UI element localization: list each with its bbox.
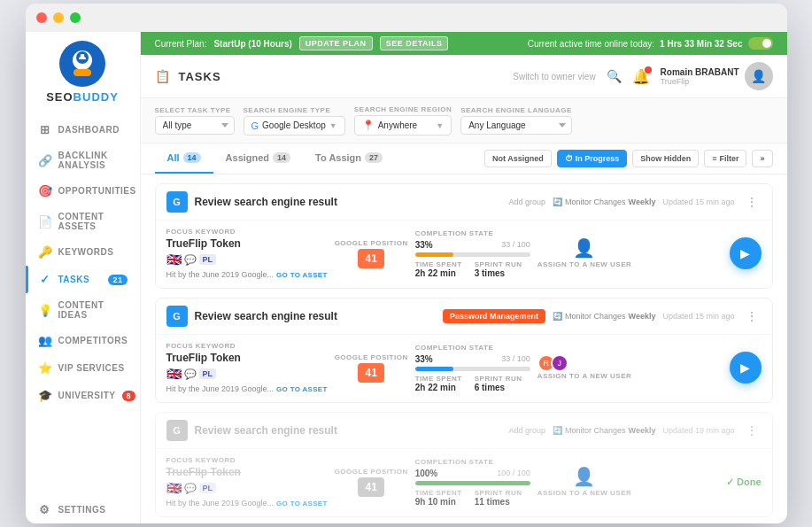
updated-2: Updated 15 min ago: [662, 312, 734, 321]
vip-icon: ⭐: [38, 361, 52, 375]
in-progress-button[interactable]: ⏱ In Progress: [557, 150, 628, 167]
flag-uk-1: 🇬🇧: [166, 252, 182, 267]
tab-assigned[interactable]: Assigned 14: [213, 143, 304, 174]
pl-badge-2: PL: [199, 368, 217, 379]
refresh-icon-3: 🔄: [553, 426, 562, 435]
assign-avatars-2: R J: [537, 354, 632, 372]
add-group-link-3[interactable]: Add group: [508, 426, 545, 435]
sidebar-item-label: BACKLINK ANALYSIS: [58, 151, 128, 170]
show-hidden-button[interactable]: Show Hidden: [632, 150, 699, 167]
close-button[interactable]: [36, 12, 47, 23]
engine-type-value: Google Desktop: [262, 120, 326, 130]
updated-1: Updated 15 min ago: [662, 198, 734, 206]
filter-button[interactable]: ≡ Filter: [704, 150, 746, 167]
sidebar-item-content-ideas[interactable]: 💡 CONTENT IDEAS: [26, 293, 140, 327]
sidebar-item-opportunities[interactable]: 🎯 OPPORTUNITIES: [26, 177, 140, 205]
time-spent-2: 2h 22 min: [415, 383, 462, 392]
checkmark-icon: ✓: [726, 477, 734, 488]
plan-name: StartUp (10 Hours): [213, 39, 291, 49]
update-plan-button[interactable]: UPDATE PLAN: [299, 36, 373, 50]
hit-text-3: Hit by the June 2019 Google... GO TO ASS…: [166, 499, 328, 508]
start-button-2[interactable]: ▶: [730, 352, 762, 384]
progress-bar-1: [415, 252, 530, 257]
keyword-value-2: TrueFlip Token: [166, 352, 328, 364]
task-1-icon: G: [166, 191, 188, 213]
sidebar-item-vip[interactable]: ⭐ VIP SERVICES: [26, 354, 140, 382]
app-container: SEOBUDDY ⊞ DASHBOARD 🔗 BACKLINK ANALYSIS…: [26, 32, 787, 523]
search-button[interactable]: 🔍: [607, 69, 622, 83]
chat-icon-3[interactable]: 💬: [184, 483, 197, 494]
task-1-header: G Review search engine result Add group …: [156, 184, 772, 220]
task-type-select[interactable]: All type: [155, 116, 235, 135]
sidebar-item-university[interactable]: 🎓 UNIVERSITY 8: [26, 382, 140, 409]
start-button-1[interactable]: ▶: [730, 237, 762, 269]
chat-icon-2[interactable]: 💬: [184, 368, 197, 380]
more-button-2[interactable]: ⋮: [742, 309, 762, 323]
go-to-asset-3[interactable]: GO TO ASSET: [276, 500, 328, 508]
content-assets-icon: 📄: [38, 215, 52, 229]
switch-owner-link[interactable]: Switch to owner view: [513, 72, 595, 81]
time-section-1: TIME SPENT 2h 22 min SPRINT RUN 3 times: [415, 260, 530, 278]
svg-rect-3: [73, 69, 91, 76]
filter-language: SEARCH ENGINE LANGUAGE Any Language: [460, 106, 572, 135]
engine-type-select[interactable]: G Google Desktop ▼: [244, 116, 345, 136]
sidebar-item-backlink[interactable]: 🔗 BACKLINK ANALYSIS: [26, 143, 140, 177]
language-select[interactable]: Any Language: [460, 116, 572, 135]
sidebar: SEOBUDDY ⊞ DASHBOARD 🔗 BACKLINK ANALYSIS…: [26, 32, 141, 523]
region-select[interactable]: 📍 Anywhere ▼: [354, 115, 452, 136]
task-card-1: G Review search engine result Add group …: [155, 183, 773, 289]
sidebar-item-label: SETTINGS: [58, 505, 106, 515]
user-org: TrueFlip: [661, 77, 739, 86]
maximize-button[interactable]: [70, 12, 81, 23]
active-time: 1 Hrs 33 Min 32 Sec: [660, 39, 742, 49]
online-toggle[interactable]: [748, 37, 773, 50]
filter-icon: ≡: [712, 154, 716, 163]
sidebar-item-keywords[interactable]: 🔑 KEYWORDS: [26, 238, 140, 266]
completion-2: COMPLETION STATE 33% 33 / 100 TIME SPENT: [415, 344, 530, 392]
not-assigned-button[interactable]: Not Assigned: [484, 150, 552, 167]
go-to-asset-2[interactable]: GO TO ASSET: [276, 385, 328, 393]
keywords-icon: 🔑: [38, 245, 52, 259]
sidebar-item-settings[interactable]: ⚙ SETTINGS: [26, 496, 140, 523]
more-options-button[interactable]: »: [752, 150, 772, 167]
main-content: G Review search engine result Add group …: [141, 174, 787, 523]
tab-to-assign[interactable]: To Assign 27: [303, 143, 395, 174]
task-3-header-right: Add group 🔄 Monitor Changes Weekly Updat…: [508, 423, 761, 438]
task-3-header: G Review search engine result Add group …: [156, 413, 772, 448]
google-icon: G: [251, 120, 259, 131]
more-button-1[interactable]: ⋮: [742, 195, 762, 209]
flag-uk-3: 🇬🇧: [166, 481, 182, 495]
see-details-button[interactable]: SEE DETAILS: [380, 36, 449, 50]
chat-icon-1[interactable]: 💬: [184, 254, 197, 266]
minimize-button[interactable]: [53, 12, 64, 23]
sidebar-item-tasks[interactable]: ✓ TASKS 21: [26, 266, 140, 293]
sidebar-item-dashboard[interactable]: ⊞ DASHBOARD: [26, 116, 140, 143]
completion-frac-1: 33 / 100: [501, 240, 530, 249]
go-to-asset-1[interactable]: GO TO ASSET: [276, 271, 328, 279]
region-label: SEARCH ENGINE REGION: [354, 105, 452, 113]
task-2-icon: G: [166, 306, 188, 327]
notifications-button[interactable]: 🔔: [632, 68, 650, 85]
language-label: SEARCH ENGINE LANGUAGE: [460, 106, 572, 114]
tab-all-count: 14: [183, 152, 201, 163]
task-3-body: FOCUS KEYWORD TrueFlip Token 🇬🇧 💬 PL Hit…: [156, 448, 772, 516]
plan-bar: Current Plan: StartUp (10 Hours) UPDATE …: [141, 32, 787, 55]
time-section-3: TIME SPENT 9h 10 min SPRINT RUN 11 times: [415, 489, 530, 507]
sidebar-item-label: KEYWORDS: [58, 247, 114, 257]
progress-bar-3: [415, 481, 530, 485]
done-button[interactable]: ✓ Done: [726, 477, 762, 488]
sidebar-logo: SEOBUDDY: [46, 41, 119, 104]
sidebar-item-competitors[interactable]: 👥 COMPETITORS: [26, 327, 140, 354]
tab-all[interactable]: All 14: [155, 143, 213, 174]
add-group-link-1[interactable]: Add group: [508, 198, 545, 206]
sprint-run-3: 11 times: [475, 497, 522, 507]
svg-point-4: [77, 54, 81, 58]
task-2-header-right: Password Management 🔄 Monitor Changes We…: [443, 309, 762, 323]
filter-task-type: SELECT TASK TYPE All type: [155, 106, 235, 135]
more-button-3[interactable]: ⋮: [742, 423, 762, 438]
updated-3: Updated 19 min ago: [662, 426, 734, 435]
position-badge-2: 41: [358, 363, 383, 383]
avatar[interactable]: 👤: [745, 62, 773, 90]
task-2-header: G Review search engine result Password M…: [156, 298, 772, 334]
sidebar-item-content-assets[interactable]: 📄 CONTENT ASSETS: [26, 205, 140, 238]
